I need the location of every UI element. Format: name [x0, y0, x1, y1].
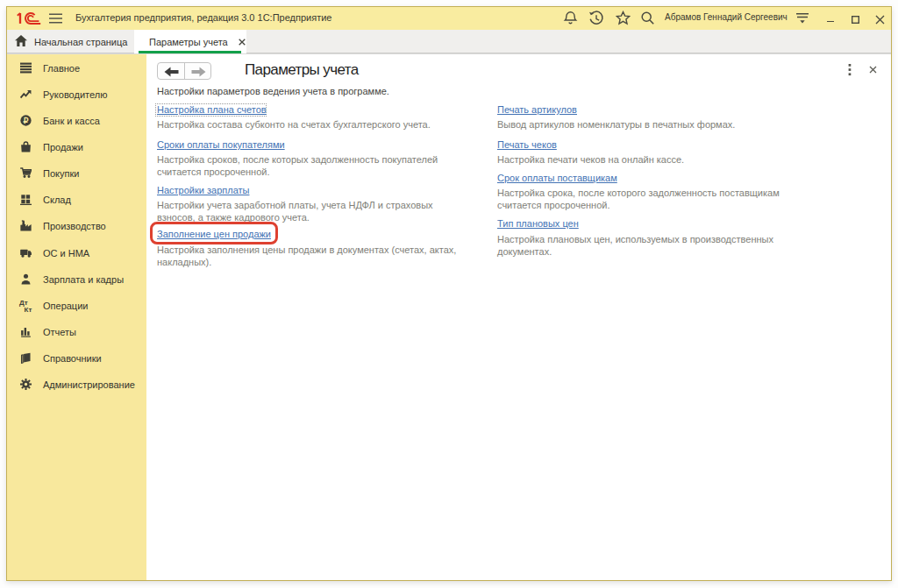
svg-text:Кт: Кт: [25, 306, 32, 314]
svg-text:₽: ₽: [24, 117, 29, 125]
